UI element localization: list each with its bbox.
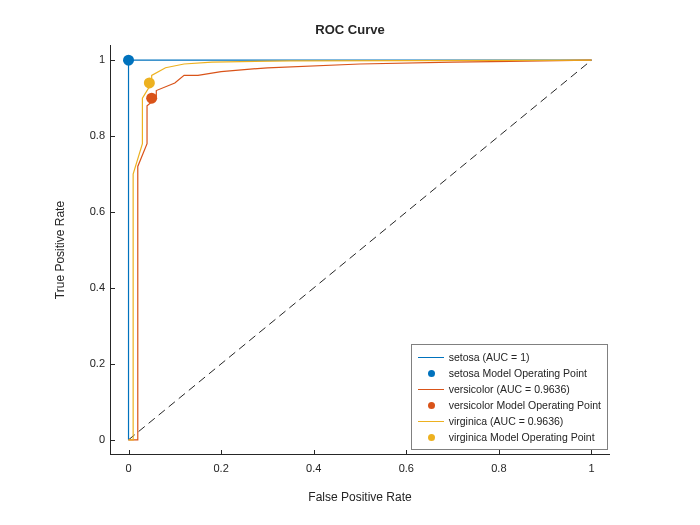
x-tick-label: 0.4 — [294, 462, 334, 474]
legend-label: setosa (AUC = 1) — [449, 351, 530, 363]
y-tick-label: 0.2 — [65, 357, 105, 369]
chart-title: ROC Curve — [0, 22, 700, 37]
y-tick-label: 0.8 — [65, 129, 105, 141]
legend-marker-icon — [418, 398, 444, 412]
operating-point-marker — [146, 93, 157, 104]
x-tick-mark — [499, 450, 500, 455]
y-tick-label: 1 — [65, 53, 105, 65]
y-tick-mark — [110, 440, 115, 441]
x-tick-mark — [406, 450, 407, 455]
y-tick-mark — [110, 288, 115, 289]
x-tick-mark — [221, 450, 222, 455]
legend-entry: versicolor (AUC = 0.9636) — [418, 381, 601, 397]
legend-label: versicolor (AUC = 0.9636) — [449, 383, 570, 395]
legend-marker-icon — [418, 366, 444, 380]
x-axis-label: False Positive Rate — [110, 490, 610, 504]
legend-label: virginica Model Operating Point — [449, 431, 595, 443]
y-tick-label: 0.4 — [65, 281, 105, 293]
x-tick-label: 0.8 — [479, 462, 519, 474]
y-axis-label: True Positive Rate — [52, 45, 68, 455]
legend-marker-icon — [418, 430, 444, 444]
legend-entry: virginica (AUC = 0.9636) — [418, 413, 601, 429]
legend-label: setosa Model Operating Point — [449, 367, 587, 379]
y-tick-mark — [110, 136, 115, 137]
x-tick-label: 0.2 — [201, 462, 241, 474]
legend-label: versicolor Model Operating Point — [449, 399, 601, 411]
legend: setosa (AUC = 1)setosa Model Operating P… — [411, 344, 608, 450]
x-tick-mark — [129, 450, 130, 455]
legend-entry: versicolor Model Operating Point — [418, 397, 601, 413]
legend-line-icon — [418, 414, 444, 428]
legend-line-icon — [418, 350, 444, 364]
x-tick-label: 0.6 — [386, 462, 426, 474]
y-tick-label: 0 — [65, 433, 105, 445]
legend-entry: setosa Model Operating Point — [418, 365, 601, 381]
x-tick-label: 0 — [109, 462, 149, 474]
legend-entry: virginica Model Operating Point — [418, 429, 601, 445]
y-tick-mark — [110, 364, 115, 365]
operating-point-marker — [123, 55, 134, 66]
legend-line-icon — [418, 382, 444, 396]
figure: ROC Curve False Positive Rate True Posit… — [0, 0, 700, 525]
y-tick-label: 0.6 — [65, 205, 105, 217]
x-tick-mark — [314, 450, 315, 455]
legend-entry: setosa (AUC = 1) — [418, 349, 601, 365]
x-tick-label: 1 — [571, 462, 611, 474]
legend-label: virginica (AUC = 0.9636) — [449, 415, 564, 427]
y-tick-mark — [110, 212, 115, 213]
y-tick-mark — [110, 60, 115, 61]
operating-point-marker — [144, 77, 155, 88]
x-tick-mark — [591, 450, 592, 455]
